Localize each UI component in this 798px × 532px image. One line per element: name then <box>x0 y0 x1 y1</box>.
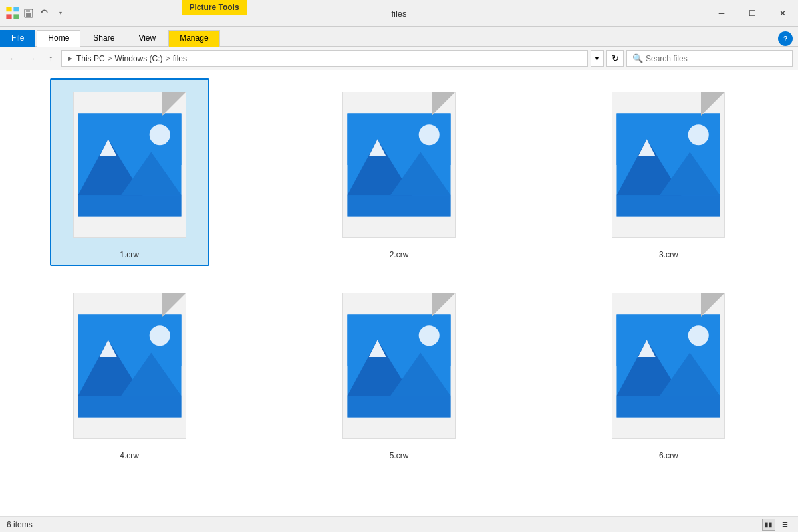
refresh-button[interactable]: ↻ <box>606 50 624 67</box>
ribbon-right: ? <box>778 31 798 46</box>
tab-manage[interactable]: Manage <box>168 30 219 47</box>
svg-rect-5 <box>26 9 30 12</box>
file-label: 1.crw <box>120 250 139 259</box>
file-icon-wrapper <box>332 286 466 446</box>
svg-rect-3 <box>13 14 19 19</box>
minimize-button[interactable]: ─ <box>706 0 737 27</box>
doc-shape <box>342 293 456 439</box>
window-controls: ─ ☐ ✕ <box>706 0 798 27</box>
details-view-button[interactable]: ☰ <box>778 519 791 531</box>
breadcrumb-sep2: > <box>166 54 170 63</box>
svg-rect-1 <box>13 7 19 11</box>
doc-shape <box>73 293 186 439</box>
file-item[interactable]: 1.crw <box>50 78 209 266</box>
doc-fold-shadow <box>432 92 455 116</box>
file-item[interactable]: 5.crw <box>319 279 479 467</box>
svg-rect-35 <box>78 396 181 417</box>
address-chevron[interactable]: ▼ <box>591 50 604 67</box>
picture-tools-text: Picture Tools <box>189 3 239 12</box>
tab-file[interactable]: File <box>0 30 35 47</box>
close-button[interactable]: ✕ <box>767 0 798 27</box>
breadcrumb-thispc[interactable]: This PC <box>76 54 105 63</box>
file-label: 6.crw <box>659 451 678 460</box>
file-item[interactable]: 2.crw <box>319 78 479 266</box>
doc-fold-shadow <box>162 293 186 317</box>
address-bar-row: ← → ↑ ► This PC > Windows (C:) > files ▼… <box>0 47 798 70</box>
file-icon-wrapper <box>63 85 196 245</box>
tab-home-label: Home <box>48 33 69 43</box>
title-bar-left: ▾ <box>0 0 73 26</box>
file-item[interactable]: 3.crw <box>589 78 748 266</box>
file-icon-wrapper <box>63 286 196 446</box>
svg-rect-0 <box>6 7 11 11</box>
svg-point-48 <box>688 325 709 346</box>
address-bar[interactable]: ► This PC > Windows (C:) > files <box>61 50 588 67</box>
picture-tools-label: Picture Tools <box>182 0 247 15</box>
doc-fold-shadow <box>432 293 455 317</box>
search-icon: 🔍 <box>632 53 643 63</box>
svg-rect-6 <box>26 13 31 17</box>
svg-point-34 <box>149 325 170 346</box>
undo-quick-btn[interactable] <box>37 6 52 21</box>
window-title: files <box>391 0 406 27</box>
doc-shape <box>342 92 456 238</box>
item-count: 6 items <box>7 520 33 529</box>
maximize-button[interactable]: ☐ <box>737 0 767 27</box>
breadcrumb-arrow: ► <box>67 55 74 62</box>
file-label: 3.crw <box>659 250 678 259</box>
breadcrumb-windowsc[interactable]: Windows (C:) <box>115 54 163 63</box>
tab-share-label: Share <box>93 33 114 43</box>
view-controls: ▮▮ ☰ <box>762 519 791 531</box>
file-item[interactable]: 6.crw <box>589 279 748 467</box>
file-label: 5.crw <box>390 451 409 460</box>
forward-button[interactable]: → <box>24 51 40 66</box>
more-quick-btn[interactable]: ▾ <box>53 6 68 21</box>
breadcrumb-files[interactable]: files <box>173 54 187 63</box>
file-item[interactable]: 4.crw <box>50 279 209 467</box>
file-icon-wrapper <box>602 286 735 446</box>
svg-rect-49 <box>617 396 720 417</box>
help-label: ? <box>783 35 788 43</box>
file-label: 2.crw <box>390 250 409 259</box>
svg-marker-7 <box>41 11 43 13</box>
up-button[interactable]: ↑ <box>43 51 59 66</box>
doc-shape <box>612 92 725 238</box>
ribbon-tabs: File Home Share View Manage ? <box>0 27 798 47</box>
svg-point-13 <box>149 124 170 145</box>
doc-shape <box>612 293 725 439</box>
search-box[interactable]: 🔍 <box>626 50 793 67</box>
tab-manage-label: Manage <box>180 33 208 43</box>
svg-point-27 <box>688 124 709 145</box>
chevron-down-icon: ▾ <box>59 10 62 16</box>
quick-access: ▾ <box>5 6 68 21</box>
status-bar: 6 items ▮▮ ☰ <box>0 516 798 532</box>
file-label: 4.crw <box>120 451 139 460</box>
tab-file-label: File <box>11 33 24 43</box>
svg-rect-14 <box>78 195 181 216</box>
quick-access-icon[interactable] <box>5 6 20 21</box>
doc-fold-shadow <box>701 92 724 116</box>
file-icon-wrapper <box>602 85 735 245</box>
svg-rect-2 <box>6 14 11 19</box>
svg-rect-28 <box>617 195 720 216</box>
window-title-text: files <box>391 9 406 19</box>
tab-home[interactable]: Home <box>37 30 80 47</box>
tab-view-label: View <box>138 33 156 43</box>
doc-fold-shadow <box>162 92 186 116</box>
svg-point-20 <box>419 124 440 145</box>
title-bar: ▾ Picture Tools files ─ ☐ ✕ <box>0 0 798 27</box>
tab-share[interactable]: Share <box>82 30 126 47</box>
doc-shape <box>73 92 186 238</box>
help-button[interactable]: ? <box>778 31 793 46</box>
file-icon-wrapper <box>332 85 466 245</box>
svg-rect-42 <box>347 396 450 417</box>
large-icons-view-button[interactable]: ▮▮ <box>762 519 775 531</box>
svg-point-41 <box>419 325 440 346</box>
tab-view[interactable]: View <box>127 30 167 47</box>
back-button[interactable]: ← <box>5 51 21 66</box>
svg-rect-21 <box>347 195 450 216</box>
save-quick-btn[interactable] <box>21 6 36 21</box>
breadcrumb-sep1: > <box>108 54 112 63</box>
search-input[interactable] <box>646 54 787 63</box>
file-grid: 1.crw <box>0 70 798 516</box>
